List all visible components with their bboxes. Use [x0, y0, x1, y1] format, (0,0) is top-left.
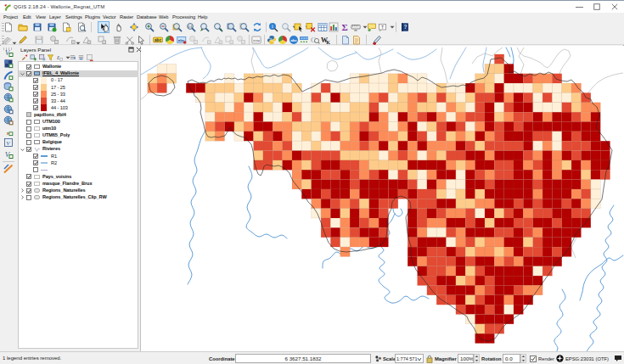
- svg-text:?: ?: [404, 24, 408, 30]
- svg-text:K: K: [326, 40, 330, 45]
- svg-text:Σ: Σ: [341, 22, 347, 32]
- svg-text:CSW: CSW: [253, 39, 260, 42]
- svg-text:C: C: [311, 36, 316, 44]
- svg-text:ε: ε: [57, 54, 59, 61]
- svg-text:V: V: [6, 140, 10, 147]
- svg-text:abc: abc: [290, 38, 297, 42]
- svg-text:,: ,: [7, 126, 9, 136]
- svg-text:abc: abc: [155, 38, 161, 42]
- svg-text:1:1: 1:1: [188, 25, 193, 29]
- svg-text:T: T: [381, 25, 385, 30]
- svg-text:i: i: [272, 23, 273, 29]
